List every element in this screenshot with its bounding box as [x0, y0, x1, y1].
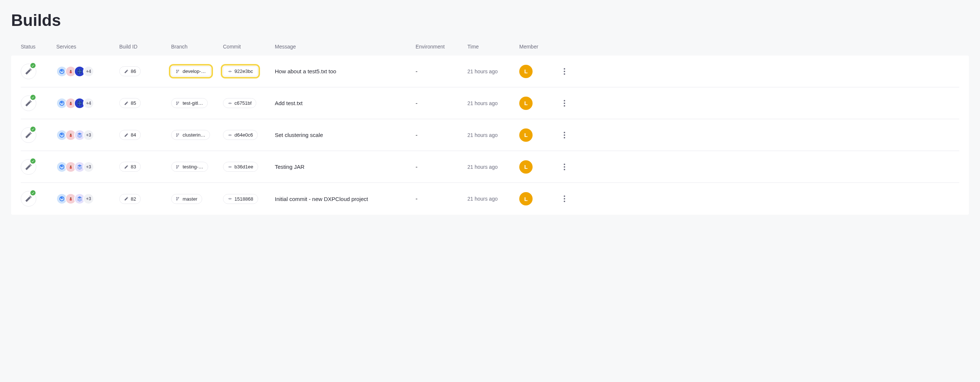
status-success-icon — [21, 191, 36, 206]
time-value: 21 hours ago — [468, 100, 519, 106]
table-row[interactable]: +3 84 clusterin… d64e0c6 Set clustering … — [21, 119, 959, 151]
pickaxe-icon — [124, 101, 129, 106]
services-group[interactable]: +3 — [56, 162, 119, 173]
build-id-pill[interactable]: 84 — [119, 130, 141, 140]
pickaxe-icon — [124, 165, 129, 169]
build-id-pill[interactable]: 83 — [119, 162, 141, 172]
row-actions-menu[interactable] — [558, 97, 570, 109]
pickaxe-icon — [124, 133, 129, 137]
status-success-icon — [21, 64, 36, 79]
branch-icon — [176, 101, 180, 106]
branch-value: clusterin… — [183, 132, 205, 138]
build-id-pill[interactable]: 86 — [119, 66, 141, 76]
message-value: Add test.txt — [275, 100, 415, 106]
table-row[interactable]: +3 83 testing-… b36d1ee Testing JAR-21 h… — [21, 151, 959, 183]
branch-icon — [176, 69, 180, 74]
message-value: Initial commit - new DXPCloud project — [275, 196, 415, 202]
environment-value: - — [415, 195, 468, 202]
branch-pill[interactable]: clusterin… — [171, 130, 210, 140]
status-success-icon — [21, 95, 36, 111]
col-branch: Branch — [171, 44, 223, 49]
commit-icon — [228, 165, 232, 169]
services-more-count[interactable]: +3 — [83, 162, 94, 173]
commit-icon — [228, 69, 232, 74]
commit-icon — [228, 101, 232, 106]
commit-pill[interactable]: 1518868 — [223, 194, 258, 204]
services-more-count[interactable]: +4 — [83, 98, 94, 109]
commit-pill[interactable]: 922e3bc — [223, 66, 258, 76]
commit-value: d64e0c6 — [234, 132, 253, 138]
commit-icon — [228, 197, 232, 201]
environment-value: - — [415, 163, 468, 170]
branch-pill[interactable]: testing-… — [171, 162, 208, 172]
branch-pill[interactable]: develop-… — [171, 66, 211, 76]
commit-icon — [228, 133, 232, 137]
branch-value: develop-… — [183, 68, 206, 74]
build-id-value: 85 — [131, 100, 136, 106]
build-id-value: 86 — [131, 68, 136, 74]
col-buildid: Build ID — [119, 44, 171, 49]
branch-icon — [176, 197, 180, 201]
branch-icon — [176, 165, 180, 169]
build-id-value: 84 — [131, 132, 136, 138]
avatar[interactable]: L — [519, 160, 533, 174]
services-group[interactable]: +4 — [56, 66, 119, 77]
avatar[interactable]: L — [519, 192, 533, 205]
message-value: Testing JAR — [275, 163, 415, 170]
commit-value: 922e3bc — [234, 68, 253, 74]
environment-value: - — [415, 132, 468, 138]
services-group[interactable]: +4 — [56, 98, 119, 109]
branch-value: test-gitl… — [183, 100, 203, 106]
services-group[interactable]: +3 — [56, 130, 119, 141]
build-id-pill[interactable]: 82 — [119, 194, 141, 204]
build-id-value: 83 — [131, 164, 136, 170]
col-status: Status — [21, 44, 56, 49]
commit-pill[interactable]: c6751bf — [223, 98, 256, 108]
environment-value: - — [415, 100, 468, 106]
services-group[interactable]: +3 — [56, 193, 119, 204]
branch-icon — [176, 133, 180, 137]
services-more-count[interactable]: +3 — [83, 193, 94, 204]
col-time: Time — [468, 44, 519, 49]
time-value: 21 hours ago — [468, 68, 519, 74]
row-actions-menu[interactable] — [558, 193, 570, 205]
commit-pill[interactable]: d64e0c6 — [223, 130, 258, 140]
time-value: 21 hours ago — [468, 196, 519, 202]
row-actions-menu[interactable] — [558, 65, 570, 78]
branch-value: testing-… — [183, 164, 203, 170]
commit-value: b36d1ee — [234, 164, 253, 170]
pickaxe-icon — [124, 69, 129, 74]
col-commit: Commit — [223, 44, 275, 49]
services-more-count[interactable]: +4 — [83, 66, 94, 77]
avatar[interactable]: L — [519, 65, 533, 78]
environment-value: - — [415, 68, 468, 75]
time-value: 21 hours ago — [468, 164, 519, 170]
pickaxe-icon — [124, 197, 129, 201]
avatar[interactable]: L — [519, 97, 533, 110]
row-actions-menu[interactable] — [558, 129, 570, 141]
branch-value: master — [183, 196, 197, 202]
services-more-count[interactable]: +3 — [83, 130, 94, 141]
message-value: How about a test5.txt too — [275, 68, 415, 74]
row-actions-menu[interactable] — [558, 161, 570, 173]
commit-value: 1518868 — [234, 196, 253, 202]
table-row[interactable]: +4 86 develop-… 922e3bc How about a test… — [21, 55, 959, 87]
table-row[interactable]: +4 85 test-gitl… c6751bf Add test.txt-21… — [21, 87, 959, 119]
status-success-icon — [21, 159, 36, 175]
branch-pill[interactable]: master — [171, 194, 202, 204]
build-id-value: 82 — [131, 196, 136, 202]
col-services: Services — [56, 44, 119, 49]
table-header: Status Services Build ID Branch Commit M… — [11, 44, 969, 55]
table-row[interactable]: +3 82 master 1518868 Initial commit - ne… — [21, 183, 959, 215]
time-value: 21 hours ago — [468, 132, 519, 138]
commit-value: c6751bf — [234, 100, 251, 106]
col-member: Member — [519, 44, 558, 49]
page-title: Builds — [11, 11, 969, 30]
build-id-pill[interactable]: 85 — [119, 98, 141, 108]
avatar[interactable]: L — [519, 128, 533, 142]
status-success-icon — [21, 127, 36, 143]
col-message: Message — [275, 44, 415, 49]
message-value: Set clustering scale — [275, 132, 415, 138]
commit-pill[interactable]: b36d1ee — [223, 162, 258, 172]
branch-pill[interactable]: test-gitl… — [171, 98, 208, 108]
